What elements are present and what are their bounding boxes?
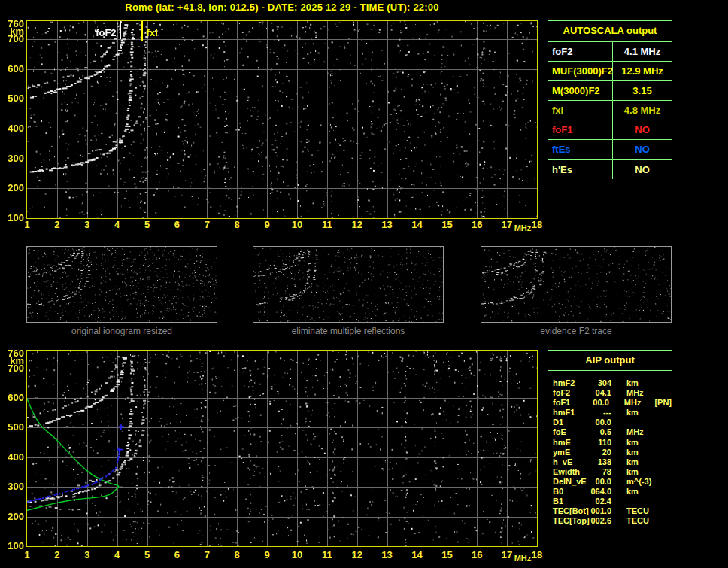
aip-param-cell: foF1: [548, 398, 589, 408]
x-axis-tick-label: 15: [438, 550, 456, 560]
aip-table-rows: hmF2304kmfoF204.1MHzfoF100.0MHz[PN]hmF1-…: [548, 378, 672, 526]
y-axis-tick-label: 600: [0, 393, 24, 403]
fof2-marker-label: foF2: [89, 28, 117, 38]
x-axis-tick-label: 14: [408, 550, 426, 560]
aip-unit-cell: [626, 497, 652, 506]
aip-param-cell: ymE: [548, 448, 590, 457]
y-axis-tick-label: 200: [0, 512, 24, 522]
aip-table-row: h_vE138km: [548, 457, 672, 467]
autoscala-param-cell: h'Es: [548, 160, 613, 179]
fxi-marker-line: [141, 21, 143, 41]
x-axis-tick-label: 4: [108, 220, 126, 230]
y-axis-unit-label: km: [0, 356, 24, 366]
fxi-marker-label: fxI: [147, 28, 158, 38]
x-axis-tick-label: 9: [258, 220, 276, 230]
x-axis-tick-label: 13: [378, 220, 396, 230]
autoscala-param-cell: M(3000)F2: [548, 81, 613, 100]
x-axis-tick-label: 13: [378, 550, 396, 560]
x-axis-tick-label: 6: [168, 550, 186, 560]
aip-table-row: hmF2304km: [548, 378, 672, 388]
thumbnail-evidence-canvas: [481, 247, 671, 322]
aip-param-cell: TEC[Bot]: [548, 506, 590, 516]
aip-param-cell: DelN_vE: [548, 477, 590, 487]
aip-table-header: AIP output: [548, 351, 672, 371]
x-axis-tick-label: 5: [138, 550, 156, 560]
aip-unit-cell: km: [626, 408, 652, 418]
aip-unit-cell: km: [626, 438, 652, 448]
aip-value-cell: ---: [590, 408, 611, 418]
autoscala-table-row: foF1NO: [548, 120, 672, 139]
thumbnail-eliminate-reflections: [253, 246, 444, 323]
aip-unit-cell: TECU: [626, 516, 652, 526]
autoscala-table-row: M(3000)F23.15: [548, 80, 672, 100]
aip-value-cell: 00.0: [590, 477, 611, 487]
thumbnail-caption-original: original ionogram resized: [26, 326, 217, 336]
y-axis-tick-label: 400: [0, 123, 24, 134]
thumbnail-eliminate-canvas: [253, 247, 443, 322]
aip-param-cell: hmE: [548, 438, 590, 448]
aip-value-cell: 138: [590, 457, 611, 467]
aip-param-cell: B1: [548, 497, 590, 506]
aip-param-cell: B0: [548, 487, 590, 497]
aip-param-cell: hmF2: [548, 378, 590, 388]
autoscala-value-cell: 4.8 MHz: [613, 101, 672, 120]
x-axis-tick-label: 2: [48, 550, 66, 560]
thumbnail-original-ionogram: [26, 246, 217, 323]
scaled-ionogram-canvas: [27, 21, 537, 218]
y-axis-tick-label: 300: [0, 153, 24, 164]
autoscala-value-cell: NO: [613, 140, 672, 159]
aip-value-cell: 001.0: [590, 506, 611, 516]
autoscala-table-row: ftEsNO: [548, 139, 672, 159]
x-axis-tick-label: 2: [48, 220, 66, 230]
aip-table-row: foF100.0MHz[PN]: [548, 398, 672, 408]
aip-param-cell: foF2: [548, 388, 590, 398]
y-axis-tick-label: 500: [0, 93, 24, 104]
aip-param-cell: D1: [548, 418, 590, 427]
aip-value-cell: 304: [590, 378, 611, 388]
y-axis-unit-label: km: [0, 26, 24, 37]
autoscala-value-cell: 12.9 MHz: [613, 62, 672, 80]
aip-value-cell: 00.0: [590, 418, 611, 427]
x-axis-tick-label: 16: [468, 220, 486, 230]
aip-unit-cell: km: [626, 378, 652, 388]
x-axis-tick-label: 10: [288, 220, 306, 230]
x-axis-tick-label: 9: [258, 550, 276, 560]
y-axis-tick-label: 600: [0, 64, 24, 74]
autoscala-param-cell: foF1: [548, 120, 613, 139]
aip-unit-cell: km: [626, 487, 652, 497]
aip-unit-cell: [626, 418, 652, 427]
aip-table-row: foF204.1MHz: [548, 388, 672, 398]
profile-ionogram-plot: [26, 350, 538, 547]
aip-table-row: Ewidth78km: [548, 467, 672, 477]
x-axis-tick-label: 8: [228, 550, 246, 560]
aip-value-cell: 04.1: [590, 388, 611, 398]
autoscala-value-cell: 4.1 MHz: [613, 42, 672, 61]
y-axis-tick-label: 200: [0, 183, 24, 193]
aip-unit-cell: km: [626, 448, 652, 457]
aip-unit-cell: m^(-3): [626, 477, 652, 487]
autoscala-table-row: MUF(3000)F212.9 MHz: [548, 61, 672, 80]
autoscala-value-cell: NO: [613, 120, 672, 139]
x-axis-tick-label: 1: [18, 550, 36, 560]
aip-value-cell: 02.4: [590, 497, 611, 506]
y-axis-tick-label: 500: [0, 422, 24, 433]
y-axis-tick-label: 300: [0, 481, 24, 492]
aip-table-row: hmF1---km: [548, 408, 672, 418]
autoscala-param-cell: fxI: [548, 101, 613, 120]
x-axis-tick-label: 15: [438, 220, 456, 230]
fof2-marker-line: [120, 21, 121, 39]
aip-value-cell: 064.0: [590, 487, 611, 497]
aip-unit-cell: MHz: [626, 388, 652, 398]
autoscala-output-table: AUTOSCALA output foF24.1 MHzMUF(3000)F21…: [548, 20, 672, 178]
aip-table-row: hmE110km: [548, 438, 672, 448]
x-axis-tick-label: 11: [318, 220, 336, 230]
x-axis-tick-label: 10: [288, 550, 306, 560]
autoscala-param-cell: ftEs: [548, 140, 613, 159]
aip-param-cell: TEC[Top]: [548, 516, 590, 526]
aip-table-row: ymE20km: [548, 448, 672, 457]
x-axis-tick-label: 16: [468, 550, 486, 560]
x-axis-tick-label: 3: [78, 550, 96, 560]
autoscala-window: Rome (lat: +41.8, lon: 012.5) - DATE: 20…: [0, 0, 728, 568]
aip-note-cell: [PN]: [654, 398, 672, 408]
x-axis-tick-label: 1: [18, 220, 36, 230]
